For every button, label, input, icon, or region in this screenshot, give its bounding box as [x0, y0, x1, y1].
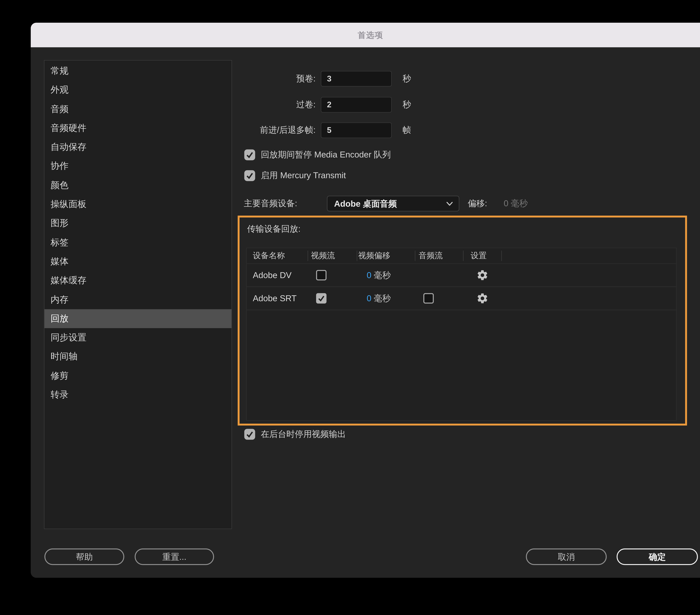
- step-frames-label: 前进/后退多帧:: [221, 122, 316, 138]
- sidebar-item[interactable]: 常规: [45, 62, 232, 81]
- offset-unit: 毫秒: [374, 294, 391, 303]
- transmit-section: 传输设备回放: 设备名称 视频流 视频偏移 音频流 设置 Adobe DV: [238, 216, 687, 426]
- sidebar-item-label: 图形: [51, 218, 68, 228]
- sidebar-item[interactable]: 音频硬件: [45, 119, 232, 138]
- settings-gear-icon[interactable]: [476, 292, 489, 305]
- sidebar-item-label: 时间轴: [51, 352, 77, 361]
- preroll-label: 预卷:: [221, 71, 316, 86]
- column-header-settings: 设置: [471, 248, 487, 263]
- pause-encoder-label: 回放期间暂停 Media Encoder 队列: [261, 149, 391, 160]
- disable-bg-video-checkbox[interactable]: [244, 429, 255, 440]
- transmit-device-table: 设备名称 视频流 视频偏移 音频流 设置 Adobe DV 0 毫秒: [246, 248, 677, 421]
- sidebar-item-label: 自动保存: [51, 142, 87, 152]
- offset-number: 0: [367, 271, 372, 280]
- postroll-unit: 秒: [403, 97, 411, 112]
- offset-label: 偏移:: [468, 196, 487, 211]
- sidebar-item[interactable]: 操纵面板: [45, 195, 232, 214]
- reset-button[interactable]: 重置...: [135, 549, 214, 565]
- dialog-title: 首选项: [358, 29, 383, 40]
- audio-device-dropdown[interactable]: Adobe 桌面音频: [327, 196, 459, 211]
- sidebar-item-label: 颜色: [51, 180, 68, 190]
- column-divider: [463, 250, 464, 261]
- settings-gear-icon[interactable]: [476, 269, 489, 281]
- check-icon: [246, 430, 254, 438]
- sidebar-item[interactable]: 颜色: [45, 176, 232, 195]
- transmit-section-label: 传输设备回放:: [247, 223, 300, 234]
- video-offset-value: 0 毫秒: [367, 287, 391, 310]
- disable-bg-video-row: 在后台时停用视频输出: [244, 428, 346, 440]
- postroll-label: 过卷:: [221, 97, 316, 112]
- sidebar-item-label: 外观: [51, 85, 68, 95]
- sidebar-item[interactable]: 图形: [45, 214, 232, 233]
- column-divider: [415, 250, 415, 261]
- device-name: Adobe SRT: [253, 287, 297, 310]
- table-row-adobe-srt: Adobe SRT 0 毫秒: [247, 287, 676, 310]
- video-offset-value: 0 毫秒: [367, 264, 391, 286]
- sidebar-item[interactable]: 协作: [45, 157, 232, 176]
- offset-unit: 毫秒: [374, 271, 391, 280]
- sidebar-item[interactable]: 媒体: [45, 252, 232, 271]
- sidebar-item-label: 内存: [51, 294, 68, 304]
- sidebar-item-label: 媒体缓存: [51, 275, 87, 285]
- chevron-down-icon: [446, 201, 453, 206]
- check-icon: [246, 171, 254, 179]
- device-name: Adobe DV: [253, 264, 292, 286]
- mercury-transmit-row: 启用 Mercury Transmit: [244, 170, 346, 181]
- column-header-video-offset: 视频偏移: [358, 248, 390, 263]
- audio-device-label: 主要音频设备:: [244, 196, 297, 211]
- sidebar-item[interactable]: 回放: [45, 309, 232, 328]
- sidebar-item[interactable]: 外观: [45, 81, 232, 100]
- sidebar-item-label: 常规: [51, 66, 68, 76]
- sidebar-item-label: 修剪: [51, 370, 68, 381]
- offset-number: 0: [367, 294, 372, 303]
- sidebar-item-label: 转录: [51, 390, 68, 399]
- disable-bg-video-label: 在后台时停用视频输出: [261, 428, 346, 440]
- ok-button[interactable]: 确定: [616, 549, 698, 565]
- preferences-dialog: 首选项 常规 外观 音频 音频硬件: [31, 23, 700, 578]
- table-header: 设备名称 视频流 视频偏移 音频流 设置: [247, 248, 676, 264]
- preroll-input[interactable]: [321, 71, 392, 86]
- column-header-device: 设备名称: [253, 248, 285, 263]
- sidebar-item-label: 协作: [51, 161, 68, 171]
- column-header-audio: 音频流: [418, 248, 443, 263]
- sidebar-item-label: 回放: [51, 313, 68, 323]
- mercury-transmit-checkbox[interactable]: [244, 170, 255, 181]
- sidebar-item[interactable]: 内存: [45, 290, 232, 309]
- sidebar-item[interactable]: 时间轴: [45, 347, 232, 366]
- video-stream-checkbox[interactable]: [316, 270, 326, 280]
- cancel-button[interactable]: 取消: [526, 549, 607, 565]
- sidebar-item[interactable]: 自动保存: [45, 138, 232, 157]
- sidebar-item[interactable]: 同步设置: [45, 328, 232, 347]
- postroll-input[interactable]: [321, 97, 392, 112]
- video-stream-checkbox[interactable]: [316, 293, 326, 304]
- sidebar-item-label: 媒体: [51, 256, 68, 266]
- sidebar-item[interactable]: 媒体缓存: [45, 271, 232, 290]
- dialog-titlebar[interactable]: 首选项: [31, 23, 700, 47]
- sidebar-item-label: 操纵面板: [51, 199, 87, 209]
- check-icon: [317, 295, 325, 302]
- sidebar-item-label: 标签: [51, 237, 68, 247]
- preroll-unit: 秒: [403, 71, 411, 86]
- column-divider: [308, 250, 308, 261]
- audio-device-value: Adobe 桌面音频: [334, 198, 446, 209]
- sidebar-item[interactable]: 修剪: [45, 366, 232, 385]
- check-icon: [246, 151, 254, 159]
- pause-encoder-checkbox[interactable]: [244, 149, 255, 160]
- pause-encoder-row: 回放期间暂停 Media Encoder 队列: [244, 149, 391, 160]
- sidebar-item[interactable]: 转录: [45, 385, 232, 404]
- sidebar-item-label: 同步设置: [51, 332, 87, 342]
- column-divider: [501, 250, 502, 261]
- column-divider: [357, 250, 357, 261]
- sidebar-item-label: 音频: [51, 104, 68, 114]
- step-frames-unit: 帧: [403, 122, 411, 138]
- sidebar-item-label: 音频硬件: [51, 123, 87, 133]
- audio-stream-checkbox[interactable]: [423, 293, 434, 304]
- sidebar-item[interactable]: 音频: [45, 100, 232, 119]
- step-frames-input[interactable]: [321, 122, 392, 138]
- sidebar-item[interactable]: 标签: [45, 233, 232, 252]
- help-button[interactable]: 帮助: [45, 549, 124, 565]
- offset-value: 0 毫秒: [504, 196, 528, 211]
- column-header-video: 视频流: [311, 248, 335, 263]
- mercury-transmit-label: 启用 Mercury Transmit: [261, 170, 346, 181]
- preferences-nav: 常规 外观 音频 音频硬件 自动保存 协作: [44, 60, 232, 529]
